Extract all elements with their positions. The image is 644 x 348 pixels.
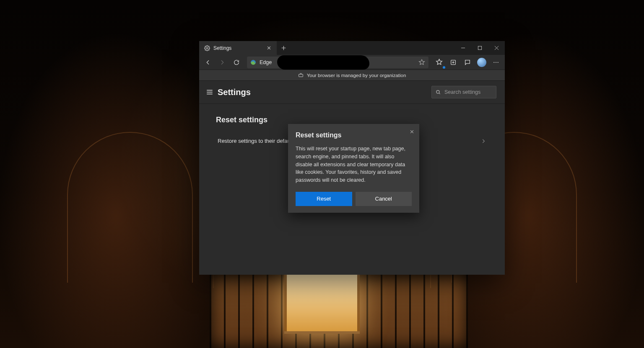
badge-dot-icon [442, 66, 446, 69]
svg-point-4 [493, 62, 494, 62]
svg-point-8 [436, 90, 439, 93]
edge-icon [250, 59, 256, 65]
gear-icon [204, 45, 210, 51]
window-close-button[interactable] [488, 41, 505, 55]
profile-button[interactable] [475, 56, 488, 69]
search-settings-input[interactable] [444, 89, 510, 95]
briefcase-icon [298, 72, 304, 78]
feedback-button[interactable] [461, 56, 474, 69]
section-title: Reset settings [216, 116, 488, 124]
cancel-button[interactable]: Cancel [356, 192, 412, 206]
svg-rect-1 [478, 46, 481, 49]
refresh-button[interactable] [230, 56, 243, 69]
browser-window: Settings [199, 41, 505, 275]
search-icon [435, 89, 441, 95]
address-bar[interactable]: Edge [247, 57, 428, 68]
managed-banner-text: Your browser is managed by your organiza… [307, 73, 406, 78]
address-bar-redaction [277, 55, 369, 70]
tab-settings[interactable]: Settings [199, 41, 277, 55]
forward-button[interactable] [216, 56, 229, 69]
page-title: Settings [218, 88, 251, 97]
search-settings-field[interactable] [431, 86, 496, 98]
toolbar: Edge [199, 55, 505, 70]
reset-button[interactable]: Reset [296, 192, 352, 206]
collections-button[interactable] [447, 56, 460, 69]
more-menu-button[interactable] [490, 56, 502, 69]
svg-point-5 [496, 62, 496, 62]
dialog-close-button[interactable] [408, 127, 416, 136]
back-button[interactable] [202, 56, 214, 69]
svg-rect-7 [299, 74, 303, 77]
window-maximize-button[interactable] [471, 41, 488, 55]
window-controls [454, 41, 505, 55]
new-tab-button[interactable] [277, 41, 290, 55]
wallpaper-arch [67, 132, 193, 283]
dialog-body: This will reset your startup page, new t… [296, 145, 412, 184]
tab-title: Settings [213, 45, 262, 51]
dialog-actions: Reset Cancel [296, 192, 412, 206]
window-minimize-button[interactable] [454, 41, 471, 55]
address-bar-text: Edge [260, 59, 272, 65]
settings-content: Reset settings Restore settings to their… [199, 104, 505, 275]
settings-menu-button[interactable] [205, 88, 214, 97]
reset-settings-dialog: Reset settings This will reset your star… [288, 124, 419, 213]
svg-point-6 [498, 62, 499, 62]
tab-close-button[interactable] [265, 44, 273, 52]
dialog-title: Reset settings [296, 131, 412, 139]
managed-banner: Your browser is managed by your organiza… [199, 70, 505, 81]
bookmark-page-icon[interactable] [418, 59, 425, 66]
tab-strip: Settings [199, 41, 505, 55]
wallpaper-door [284, 271, 360, 334]
avatar-icon [477, 58, 486, 67]
settings-header: Settings [199, 81, 505, 104]
favorites-button[interactable] [433, 56, 445, 69]
svg-point-0 [206, 47, 208, 49]
chevron-right-icon [480, 138, 486, 144]
